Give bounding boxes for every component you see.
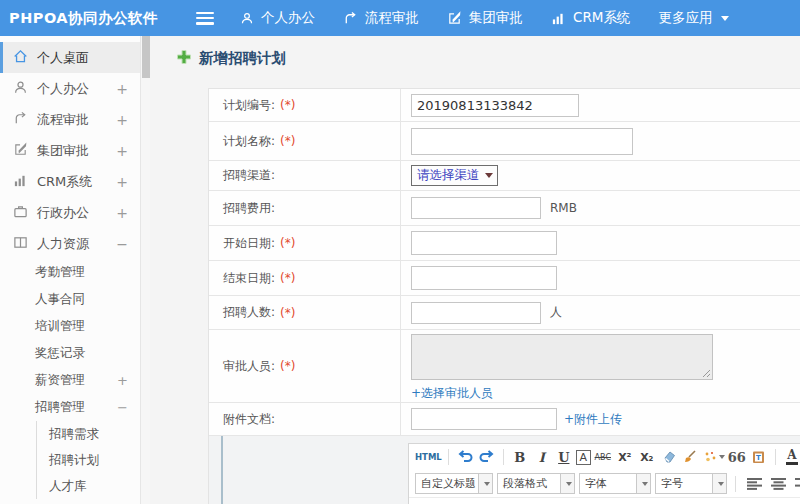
expand-icon[interactable]: +	[117, 373, 128, 388]
form-row-content-editor: HTML B I U A ABC X² X₂	[209, 436, 800, 504]
nav-process-approval[interactable]: 流程审批	[343, 9, 419, 27]
expand-icon[interactable]: +	[116, 112, 128, 128]
field-label: 计划名称:	[223, 133, 275, 150]
form-row-headcount: 招聘人数: (*) 人	[209, 296, 800, 330]
caret-down-icon	[484, 482, 490, 486]
nav-more-apps[interactable]: 更多应用	[658, 9, 729, 27]
nav-crm-system[interactable]: CRM系统	[551, 9, 630, 27]
superscript-button[interactable]: X²	[615, 447, 635, 467]
end-date-input[interactable]	[411, 266, 557, 290]
bold-button[interactable]: B	[510, 447, 530, 467]
field-label: 计划编号:	[223, 97, 275, 114]
form-row-end-date: 结束日期: (*)	[209, 261, 800, 296]
sidebar-item-admin-office[interactable]: 行政办公 +	[0, 197, 140, 228]
editor-row-divider	[221, 436, 223, 504]
plan-name-input[interactable]	[411, 128, 633, 155]
italic-button[interactable]: I	[532, 447, 552, 467]
sidebar-item-attendance[interactable]: 考勤管理	[0, 259, 140, 286]
edit-icon	[13, 142, 37, 160]
sidebar-item-rewards[interactable]: 奖惩记录	[0, 340, 140, 367]
chart-icon	[551, 11, 566, 26]
book-icon	[13, 235, 37, 253]
underline-button[interactable]: U	[554, 447, 574, 467]
char-border-button[interactable]: A	[576, 450, 591, 465]
sidebar: 个人桌面 个人办公 + 流程审批 + 集团审批 + CRM系统 + 行政办公 +	[0, 36, 140, 504]
sidebar-item-recruitment[interactable]: 招聘管理−	[0, 394, 140, 421]
paste-icon[interactable]: T	[749, 447, 769, 467]
plan-number-input[interactable]	[411, 94, 579, 117]
collapse-icon[interactable]: −	[116, 236, 128, 252]
expand-icon[interactable]: +	[116, 174, 128, 190]
sidebar-item-salary[interactable]: 薪资管理+	[0, 367, 140, 394]
paragraph-format-select[interactable]: 段落格式	[497, 473, 575, 494]
hamburger-menu-icon[interactable]	[196, 12, 214, 25]
chart-icon	[13, 173, 37, 191]
caret-down-icon	[642, 482, 648, 486]
format-brush-icon[interactable]	[681, 447, 701, 467]
nav-personal-office[interactable]: 个人办公	[240, 9, 315, 27]
field-label: 附件文档:	[223, 411, 275, 428]
font-color-button[interactable]: A	[782, 447, 800, 467]
source-code-button[interactable]: HTML	[415, 447, 442, 467]
headcount-input[interactable]	[411, 302, 541, 324]
sidebar-item-talent-pool[interactable]: 人才库	[37, 473, 140, 499]
expand-icon[interactable]: +	[116, 81, 128, 97]
required-mark: (*)	[280, 236, 295, 250]
align-right-icon[interactable]	[792, 474, 800, 494]
nav-group-approval[interactable]: 集团审批	[447, 9, 523, 27]
sidebar-item-hr-contract[interactable]: 人事合同	[0, 286, 140, 313]
attachment-input[interactable]	[411, 408, 557, 430]
sidebar-item-crm[interactable]: CRM系统 +	[0, 166, 140, 197]
caret-down-icon	[566, 482, 572, 486]
content-scrollbar	[140, 36, 150, 504]
caret-down-icon	[719, 455, 725, 459]
sidebar-item-group-approval[interactable]: 集团审批 +	[0, 135, 140, 166]
start-date-input[interactable]	[411, 231, 557, 255]
sidebar-item-hr[interactable]: 人力资源 −	[0, 228, 140, 259]
auto-typeset-icon[interactable]	[703, 447, 725, 467]
subscript-button[interactable]: X₂	[637, 447, 657, 467]
field-label: 结束日期:	[223, 270, 275, 287]
sidebar-item-recruit-plan[interactable]: 招聘计划	[37, 447, 140, 473]
add-plus-icon	[177, 50, 191, 67]
field-label: 招聘渠道:	[223, 167, 275, 184]
page-title: 新增招聘计划	[177, 49, 286, 68]
eraser-icon[interactable]	[659, 447, 679, 467]
sidebar-item-training[interactable]: 培训管理	[0, 313, 140, 340]
fee-input[interactable]	[411, 197, 541, 219]
editor-content-area[interactable]	[409, 497, 800, 504]
scrollbar-thumb[interactable]	[142, 36, 150, 78]
collapse-icon[interactable]: −	[117, 400, 128, 415]
blockquote-button[interactable]: 66	[727, 447, 747, 467]
font-family-select[interactable]: 字体	[579, 473, 651, 494]
sidebar-item-recruit-demand[interactable]: 招聘需求	[37, 421, 140, 447]
strikethrough-button[interactable]: ABC	[593, 447, 613, 467]
required-mark: (*)	[280, 98, 295, 112]
top-bar: PHPOA协同办公软件 个人办公 流程审批 集团审批 CRM系统 更多应用	[0, 0, 800, 36]
caret-down-icon	[721, 16, 729, 21]
expand-icon[interactable]: +	[116, 205, 128, 221]
undo-icon[interactable]	[455, 447, 475, 467]
channel-select[interactable]: 请选择渠道	[411, 165, 498, 186]
sidebar-item-desktop[interactable]: 个人桌面	[0, 42, 140, 73]
field-label: 开始日期:	[223, 235, 275, 252]
sidebar-item-personal-office[interactable]: 个人办公 +	[0, 73, 140, 104]
caret-down-icon	[485, 173, 493, 178]
choose-approver-link[interactable]: +选择审批人员	[411, 385, 493, 402]
sidebar-item-process-approval[interactable]: 流程审批 +	[0, 104, 140, 135]
custom-title-select[interactable]: 自定义标题	[415, 473, 493, 494]
expand-icon[interactable]: +	[116, 143, 128, 159]
process-icon	[343, 11, 358, 26]
editor-toolbar-bottom: 自定义标题 段落格式 字体 字号	[409, 470, 800, 497]
font-size-select[interactable]: 字号	[655, 473, 727, 494]
person-icon	[240, 11, 254, 26]
headcount-unit-label: 人	[550, 304, 562, 321]
align-center-icon[interactable]	[768, 474, 788, 494]
form-row-fee: 招聘费用: RMB	[209, 191, 800, 226]
redo-icon[interactable]	[477, 447, 497, 467]
form-row-channel: 招聘渠道: 请选择渠道	[209, 161, 800, 191]
app-brand: PHPOA协同办公软件	[0, 9, 150, 28]
attachment-upload-link[interactable]: +附件上传	[564, 411, 622, 428]
approver-textarea[interactable]	[411, 334, 713, 380]
align-left-icon[interactable]	[744, 474, 764, 494]
